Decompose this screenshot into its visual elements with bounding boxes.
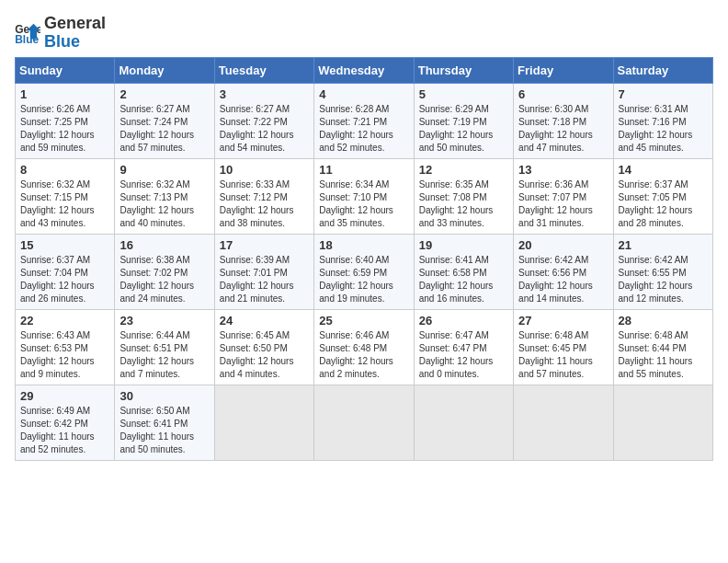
day-number: 28 <box>619 314 708 327</box>
calendar-cell <box>214 385 313 460</box>
weekday-header: Sunday <box>16 57 115 83</box>
day-number: 21 <box>619 238 708 252</box>
calendar-cell: 14 Sunrise: 6:37 AM Sunset: 7:05 PM Dayl… <box>613 158 712 234</box>
day-number: 20 <box>518 238 608 252</box>
calendar-table: SundayMondayTuesdayWednesdayThursdayFrid… <box>15 57 713 461</box>
day-number: 10 <box>220 163 309 177</box>
day-info: Sunrise: 6:26 AM Sunset: 7:25 PM Dayligh… <box>20 103 109 155</box>
calendar-cell: 28 Sunrise: 6:48 AM Sunset: 6:44 PM Dayl… <box>613 309 712 385</box>
day-info: Sunrise: 6:31 AM Sunset: 7:16 PM Dayligh… <box>619 103 708 155</box>
calendar-cell: 10 Sunrise: 6:33 AM Sunset: 7:12 PM Dayl… <box>214 158 313 234</box>
weekday-header: Saturday <box>613 57 712 83</box>
day-info: Sunrise: 6:48 AM Sunset: 6:44 PM Dayligh… <box>619 329 708 381</box>
day-info: Sunrise: 6:49 AM Sunset: 6:42 PM Dayligh… <box>20 405 109 456</box>
day-number: 3 <box>220 87 309 101</box>
weekday-header: Wednesday <box>314 57 414 83</box>
day-info: Sunrise: 6:27 AM Sunset: 7:24 PM Dayligh… <box>119 103 209 155</box>
day-number: 27 <box>518 314 608 327</box>
day-number: 1 <box>20 87 109 101</box>
day-info: Sunrise: 6:34 AM Sunset: 7:10 PM Dayligh… <box>319 178 408 230</box>
day-number: 11 <box>319 163 408 177</box>
day-info: Sunrise: 6:40 AM Sunset: 6:59 PM Dayligh… <box>319 254 408 305</box>
weekday-header: Monday <box>115 57 214 83</box>
calendar-cell: 24 Sunrise: 6:45 AM Sunset: 6:50 PM Dayl… <box>214 309 313 385</box>
day-info: Sunrise: 6:42 AM Sunset: 6:56 PM Dayligh… <box>518 254 608 305</box>
calendar-cell: 15 Sunrise: 6:37 AM Sunset: 7:04 PM Dayl… <box>16 234 115 309</box>
day-number: 24 <box>220 314 309 327</box>
day-info: Sunrise: 6:41 AM Sunset: 6:58 PM Dayligh… <box>419 254 508 305</box>
weekday-header: Tuesday <box>214 57 313 83</box>
day-number: 29 <box>20 389 109 403</box>
day-info: Sunrise: 6:32 AM Sunset: 7:13 PM Dayligh… <box>119 178 209 230</box>
day-number: 19 <box>419 238 508 252</box>
day-info: Sunrise: 6:36 AM Sunset: 7:07 PM Dayligh… <box>518 178 608 230</box>
calendar-cell: 7 Sunrise: 6:31 AM Sunset: 7:16 PM Dayli… <box>613 83 712 158</box>
calendar-cell: 30 Sunrise: 6:50 AM Sunset: 6:41 PM Dayl… <box>115 385 214 460</box>
day-number: 2 <box>119 87 209 101</box>
day-info: Sunrise: 6:28 AM Sunset: 7:21 PM Dayligh… <box>319 103 408 155</box>
day-info: Sunrise: 6:47 AM Sunset: 6:47 PM Dayligh… <box>419 329 508 381</box>
calendar-cell: 16 Sunrise: 6:38 AM Sunset: 7:02 PM Dayl… <box>115 234 214 309</box>
calendar-cell <box>514 385 613 460</box>
calendar-cell: 4 Sunrise: 6:28 AM Sunset: 7:21 PM Dayli… <box>314 83 414 158</box>
day-info: Sunrise: 6:44 AM Sunset: 6:51 PM Dayligh… <box>119 329 209 381</box>
day-number: 14 <box>619 163 708 177</box>
day-info: Sunrise: 6:50 AM Sunset: 6:41 PM Dayligh… <box>119 405 209 456</box>
day-number: 18 <box>319 238 408 252</box>
day-number: 12 <box>419 163 508 177</box>
weekday-header: Friday <box>514 57 613 83</box>
day-info: Sunrise: 6:30 AM Sunset: 7:18 PM Dayligh… <box>518 103 608 155</box>
day-number: 23 <box>119 314 209 327</box>
day-number: 4 <box>319 87 408 101</box>
calendar-cell: 6 Sunrise: 6:30 AM Sunset: 7:18 PM Dayli… <box>514 83 613 158</box>
logo-text-line2: Blue <box>44 33 106 52</box>
day-info: Sunrise: 6:42 AM Sunset: 6:55 PM Dayligh… <box>619 254 708 305</box>
calendar-cell <box>314 385 414 460</box>
day-number: 9 <box>119 163 209 177</box>
calendar-cell: 25 Sunrise: 6:46 AM Sunset: 6:48 PM Dayl… <box>314 309 414 385</box>
calendar-cell: 19 Sunrise: 6:41 AM Sunset: 6:58 PM Dayl… <box>414 234 513 309</box>
day-number: 13 <box>518 163 608 177</box>
calendar-cell: 11 Sunrise: 6:34 AM Sunset: 7:10 PM Dayl… <box>314 158 414 234</box>
day-info: Sunrise: 6:35 AM Sunset: 7:08 PM Dayligh… <box>419 178 508 230</box>
day-info: Sunrise: 6:37 AM Sunset: 7:04 PM Dayligh… <box>20 254 109 305</box>
day-number: 5 <box>419 87 508 101</box>
logo: General Blue General Blue <box>15 15 106 52</box>
day-number: 16 <box>119 238 209 252</box>
day-info: Sunrise: 6:43 AM Sunset: 6:53 PM Dayligh… <box>20 329 109 381</box>
calendar-cell: 21 Sunrise: 6:42 AM Sunset: 6:55 PM Dayl… <box>613 234 712 309</box>
calendar-cell: 5 Sunrise: 6:29 AM Sunset: 7:19 PM Dayli… <box>414 83 513 158</box>
calendar-cell: 26 Sunrise: 6:47 AM Sunset: 6:47 PM Dayl… <box>414 309 513 385</box>
calendar-cell: 18 Sunrise: 6:40 AM Sunset: 6:59 PM Dayl… <box>314 234 414 309</box>
day-info: Sunrise: 6:37 AM Sunset: 7:05 PM Dayligh… <box>619 178 708 230</box>
day-number: 6 <box>518 87 608 101</box>
day-number: 22 <box>20 314 109 327</box>
calendar-cell: 2 Sunrise: 6:27 AM Sunset: 7:24 PM Dayli… <box>115 83 214 158</box>
calendar-cell: 12 Sunrise: 6:35 AM Sunset: 7:08 PM Dayl… <box>414 158 513 234</box>
day-info: Sunrise: 6:39 AM Sunset: 7:01 PM Dayligh… <box>220 254 309 305</box>
weekday-header: Thursday <box>414 57 513 83</box>
day-info: Sunrise: 6:29 AM Sunset: 7:19 PM Dayligh… <box>419 103 508 155</box>
logo-text-line1: General <box>44 15 106 33</box>
calendar-cell: 17 Sunrise: 6:39 AM Sunset: 7:01 PM Dayl… <box>214 234 313 309</box>
day-info: Sunrise: 6:48 AM Sunset: 6:45 PM Dayligh… <box>518 329 608 381</box>
day-number: 26 <box>419 314 508 327</box>
calendar-cell <box>613 385 712 460</box>
day-number: 7 <box>619 87 708 101</box>
day-number: 17 <box>220 238 309 252</box>
day-info: Sunrise: 6:46 AM Sunset: 6:48 PM Dayligh… <box>319 329 408 381</box>
calendar-cell: 23 Sunrise: 6:44 AM Sunset: 6:51 PM Dayl… <box>115 309 214 385</box>
calendar-cell: 13 Sunrise: 6:36 AM Sunset: 7:07 PM Dayl… <box>514 158 613 234</box>
calendar-cell: 3 Sunrise: 6:27 AM Sunset: 7:22 PM Dayli… <box>214 83 313 158</box>
logo-icon: General Blue <box>15 22 40 44</box>
calendar-cell: 22 Sunrise: 6:43 AM Sunset: 6:53 PM Dayl… <box>16 309 115 385</box>
day-number: 30 <box>119 389 209 403</box>
calendar-cell: 9 Sunrise: 6:32 AM Sunset: 7:13 PM Dayli… <box>115 158 214 234</box>
day-info: Sunrise: 6:45 AM Sunset: 6:50 PM Dayligh… <box>220 329 309 381</box>
day-number: 15 <box>20 238 109 252</box>
day-info: Sunrise: 6:27 AM Sunset: 7:22 PM Dayligh… <box>220 103 309 155</box>
day-info: Sunrise: 6:33 AM Sunset: 7:12 PM Dayligh… <box>220 178 309 230</box>
day-number: 8 <box>20 163 109 177</box>
day-number: 25 <box>319 314 408 327</box>
calendar-cell: 8 Sunrise: 6:32 AM Sunset: 7:15 PM Dayli… <box>16 158 115 234</box>
